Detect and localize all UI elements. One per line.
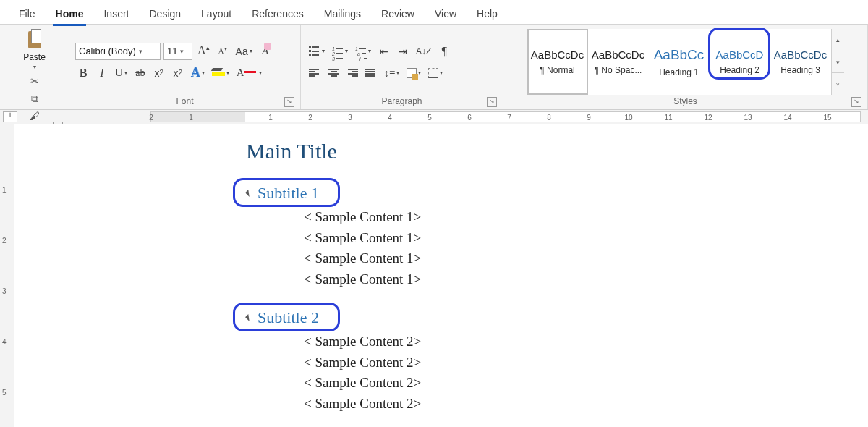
increase-indent-button[interactable]: ⇥ [395,43,411,60]
paste-label: Paste [23,52,46,62]
bold-button[interactable]: B [75,64,91,82]
show-marks-button[interactable]: ¶ [436,43,452,60]
style-name: Heading 3 [780,65,820,75]
doc-body-line[interactable]: < Sample Content 2> [304,331,760,352]
paste-icon [25,29,44,51]
text-effects-button[interactable]: A▾ [189,64,207,82]
style-name: ¶ Normal [540,65,574,75]
copy-icon[interactable]: ⧉ [28,92,41,105]
font-color-button[interactable]: A▾ [234,64,264,82]
font-family-combo[interactable]: Calibri (Body)▾ [75,43,161,60]
bullets-button[interactable]: ▾ [307,43,327,60]
styles-scroll-up[interactable]: ▴ [832,29,844,51]
superscript-button[interactable]: x2 [170,64,186,82]
tab-references[interactable]: References [242,4,314,24]
align-center-button[interactable] [326,64,341,82]
sort-button[interactable]: A↓Z [414,43,433,60]
styles-expand[interactable]: ▿ [832,73,844,95]
group-clipboard: Paste ▾ ✂ ⧉ 🖌 Clipboard↘ [0,25,69,109]
highlight-button[interactable]: ▾ [210,64,231,82]
font-launcher-icon[interactable]: ↘ [284,97,294,107]
tab-file[interactable]: File [9,4,46,24]
styles-launcher-icon[interactable]: ↘ [851,97,861,107]
grow-font-button[interactable]: A▴ [195,43,212,60]
format-painter-icon[interactable]: 🖌 [28,109,41,122]
tab-review[interactable]: Review [371,4,425,24]
style--no-spac-[interactable]: AaBbCcDc¶ No Spac... [588,29,649,95]
style-preview: AaBbCcDc [774,48,827,61]
cut-icon[interactable]: ✂ [28,75,41,88]
style-name: ¶ No Spac... [595,65,642,75]
styles-scroll-down[interactable]: ▾ [832,51,844,74]
style-preview: AaBbCc [654,47,705,63]
heading-row[interactable]: Subtitle 1 [246,184,760,203]
style-preview: AaBbCcD [716,48,764,61]
decrease-indent-button[interactable]: ⇤ [376,43,392,60]
align-right-button[interactable] [344,64,360,82]
menu-tabs: FileHomeInsertDesignLayoutReferencesMail… [0,0,868,25]
doc-body-line[interactable]: < Sample Content 1> [304,207,760,228]
tab-help[interactable]: Help [467,4,508,24]
vruler-tick: 1 [2,186,7,194]
ruler-tick: 9 [587,114,591,122]
justify-button[interactable] [363,64,379,82]
paste-button[interactable]: Paste ▾ [20,29,49,70]
change-case-button[interactable]: Aa▾ [234,43,255,60]
subscript-button[interactable]: x2 [151,64,167,82]
numbering-button[interactable]: 123▾ [330,43,350,60]
ruler-tick: 6 [467,114,472,122]
italic-button[interactable]: I [94,64,110,82]
tab-home[interactable]: Home [46,4,94,24]
horizontal-ruler: └ 21123456789101112131415 [0,110,868,124]
doc-body-line[interactable]: < Sample Content 2> [304,352,760,373]
ruler-tick: 12 [704,114,712,122]
page[interactable]: Main TitleSubtitle 1< Sample Content 1><… [159,124,796,427]
borders-button[interactable]: ▾ [426,64,445,82]
shrink-font-button[interactable]: A▾ [215,43,231,60]
doc-heading-2[interactable]: Subtitle 1 [258,184,319,203]
tab-design[interactable]: Design [139,4,191,24]
strikethrough-button[interactable]: ab [132,64,148,82]
style-heading-1[interactable]: AaBbCcHeading 1 [649,29,710,95]
tab-view[interactable]: View [425,4,467,24]
shading-button[interactable]: ▾ [404,64,423,82]
document-area: 123456 Main TitleSubtitle 1< Sample Cont… [0,124,868,427]
tab-insert[interactable]: Insert [93,4,139,24]
style-heading-3[interactable]: AaBbCcDcHeading 3 [770,29,831,95]
clear-formatting-button[interactable]: A [258,43,273,60]
multilevel-list-button[interactable]: 1ai▾ [353,43,373,60]
collapse-triangle-icon[interactable] [245,190,252,197]
ruler-tick: 14 [783,114,791,122]
font-size-combo[interactable]: 11▾ [163,43,192,60]
ruler-tick: 13 [744,114,752,122]
style-name: Heading 2 [720,65,760,75]
page-viewport[interactable]: Main TitleSubtitle 1< Sample Content 1><… [14,124,868,427]
tab-layout[interactable]: Layout [191,4,242,24]
doc-heading-2[interactable]: Subtitle 2 [258,308,319,327]
vruler-tick: 3 [2,287,7,295]
doc-body-line[interactable]: < Sample Content 1> [304,269,760,290]
paragraph-launcher-icon[interactable]: ↘ [487,97,497,107]
vruler-tick: 5 [2,389,7,397]
line-spacing-button[interactable]: ↕≡▾ [382,64,401,82]
ruler-tick: 2 [308,114,312,122]
doc-body-line[interactable]: < Sample Content 2> [304,373,760,394]
doc-body-line[interactable]: < Sample Content 1> [304,248,760,269]
group-paragraph: ▾ 123▾ 1ai▾ ⇤ ⇥ A↓Z ¶ ↕≡▾ ▾ ▾ Paragraph↘ [301,25,503,109]
style-preview: AaBbCcDc [531,48,584,61]
align-left-button[interactable] [307,64,323,82]
doc-title[interactable]: Main Title [246,139,760,164]
underline-button[interactable]: U▾ [113,64,129,82]
style--normal[interactable]: AaBbCcDc¶ Normal [527,29,588,95]
heading-row[interactable]: Subtitle 2 [246,308,760,327]
ruler-tick: 15 [823,114,831,122]
doc-body-line[interactable]: < Sample Content 2> [304,394,760,415]
doc-body-line[interactable]: < Sample Content 1> [304,228,760,249]
collapse-triangle-icon[interactable] [245,314,252,321]
ruler-tick: 4 [388,114,392,122]
style-name: Heading 1 [659,67,699,77]
style-heading-2[interactable]: AaBbCcDHeading 2 [710,29,770,95]
tab-mailings[interactable]: Mailings [314,4,371,24]
styles-group-label: Styles [673,96,697,106]
ruler-tick: 5 [427,114,432,122]
